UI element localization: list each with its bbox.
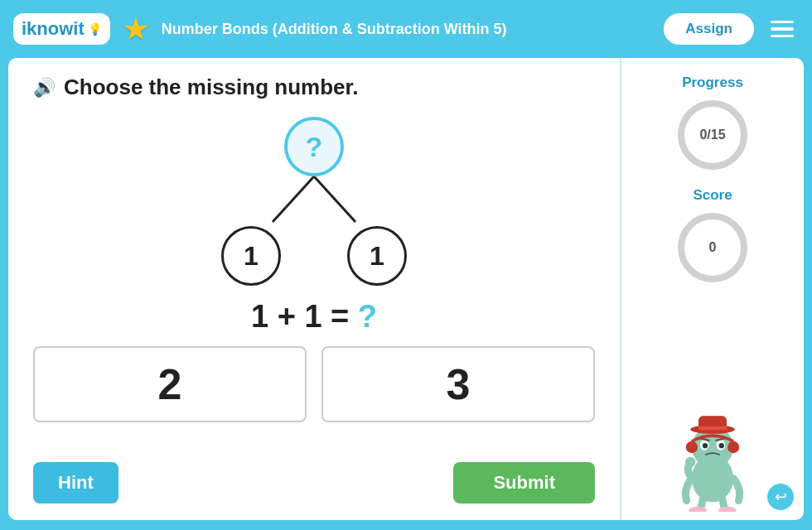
- number-bond-tree: ? 1 1: [33, 117, 595, 286]
- svg-line-1: [314, 176, 355, 222]
- back-icon: ↩: [775, 488, 787, 506]
- bond-left-circle: 1: [221, 226, 281, 286]
- hamburger-line-1: [771, 21, 794, 24]
- bottom-bar: Hint Submit: [33, 462, 595, 504]
- hamburger-line-2: [771, 27, 794, 31]
- answer-choice-1[interactable]: 2: [33, 346, 307, 422]
- question-panel: 🔊 Choose the missing number. ? 1 1: [8, 58, 621, 520]
- character-svg: [667, 404, 758, 512]
- logo: iknowit 💡: [13, 13, 110, 45]
- main-content: 🔊 Choose the missing number. ? 1 1: [8, 58, 804, 520]
- svg-point-12: [719, 443, 724, 448]
- answer-choice-2[interactable]: 3: [321, 346, 595, 422]
- bulb-icon: 💡: [88, 22, 102, 36]
- equation: 1 + 1 = ?: [33, 299, 595, 335]
- score-section: Score 0: [630, 187, 795, 285]
- progress-ring: 0/15: [675, 98, 750, 172]
- bond-bottom: 1 1: [221, 226, 407, 286]
- header: iknowit 💡 ★ Number Bonds (Addition & Sub…: [0, 0, 812, 58]
- character-illustration: [667, 293, 758, 512]
- bond-right-circle: 1: [347, 226, 407, 286]
- sound-icon[interactable]: 🔊: [33, 77, 56, 99]
- submit-button[interactable]: Submit: [453, 462, 595, 504]
- answer-choices: 2 3: [33, 346, 595, 422]
- hamburger-line-3: [771, 35, 794, 38]
- sidebar-panel: Progress 0/15 Score 0: [621, 58, 804, 520]
- equation-left: 1 + 1 =: [251, 299, 349, 334]
- svg-point-16: [727, 441, 739, 453]
- question-text: Choose the missing number.: [64, 75, 358, 100]
- lesson-title: Number Bonds (Addition & Subtraction Wit…: [162, 21, 653, 38]
- svg-point-11: [703, 443, 708, 448]
- hint-button[interactable]: Hint: [33, 462, 118, 504]
- score-label: Score: [630, 187, 795, 204]
- svg-point-17: [685, 457, 696, 468]
- equation-question-mark: ?: [358, 299, 377, 334]
- question-header: 🔊 Choose the missing number.: [33, 75, 595, 100]
- score-ring: 0: [675, 210, 750, 285]
- svg-line-0: [273, 176, 314, 222]
- progress-value: 0/15: [699, 128, 725, 142]
- back-button[interactable]: ↩: [767, 484, 794, 510]
- svg-point-15: [686, 441, 698, 453]
- progress-label: Progress: [630, 75, 795, 91]
- assign-button[interactable]: Assign: [664, 13, 754, 45]
- progress-section: Progress 0/15: [630, 75, 795, 172]
- svg-rect-8: [698, 426, 727, 430]
- score-value: 0: [709, 240, 717, 255]
- logo-text: iknowit: [22, 18, 85, 40]
- bond-top: ?: [284, 117, 344, 176]
- menu-button[interactable]: [766, 16, 799, 43]
- bond-top-circle: ?: [284, 117, 344, 176]
- bond-lines-svg: [223, 176, 405, 226]
- star-icon: ★: [122, 13, 150, 45]
